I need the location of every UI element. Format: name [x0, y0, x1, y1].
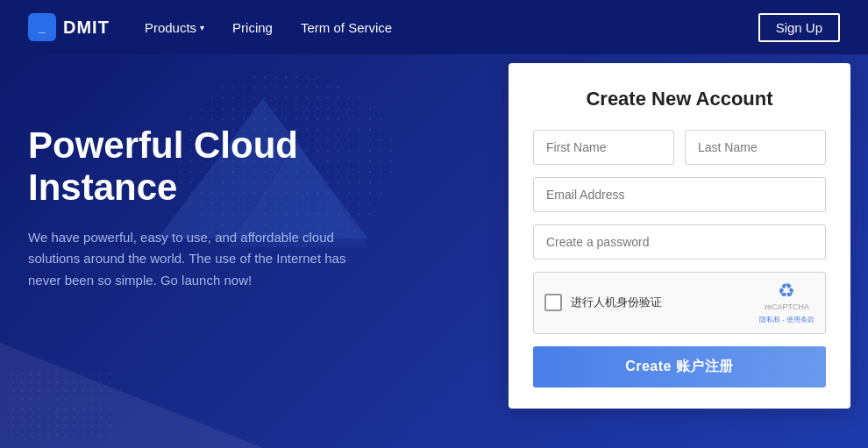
form-title: Create New Account: [533, 88, 826, 110]
last-name-input[interactable]: [685, 130, 826, 165]
chevron-down-icon: ▾: [200, 23, 204, 32]
navbar: _ DMIT Products ▾ Pricing Term of Servic…: [0, 0, 868, 54]
password-input[interactable]: [533, 224, 826, 260]
hero-content: Powerful Cloud Instance We have powerful…: [28, 124, 396, 292]
hero-description: We have powerful, easy to use, and affor…: [28, 227, 361, 292]
first-name-input[interactable]: [533, 130, 674, 165]
recaptcha-brand: reCAPTCHA: [765, 302, 809, 313]
logo-icon: _: [28, 13, 56, 41]
logo-text: DMIT: [63, 18, 110, 38]
create-account-button[interactable]: Create 账户注册: [533, 346, 826, 388]
signup-button[interactable]: Sign Up: [758, 13, 840, 42]
email-input[interactable]: [533, 177, 826, 212]
hero-title: Powerful Cloud Instance: [28, 124, 396, 210]
nav-terms[interactable]: Term of Service: [301, 20, 392, 35]
name-row: [533, 130, 826, 165]
recaptcha-links[interactable]: 隐私权 - 使用条款: [759, 315, 815, 324]
nav-pricing[interactable]: Pricing: [232, 20, 273, 35]
logo-area[interactable]: _ DMIT: [28, 13, 110, 41]
registration-form-panel: Create New Account 进行人机身份验证 ♻ reCAPTCHA …: [509, 63, 850, 409]
recaptcha-checkbox[interactable]: [544, 294, 562, 311]
recaptcha-label: 进行人机身份验证: [571, 295, 662, 310]
hero-section: Powerful Cloud Instance We have powerful…: [0, 54, 868, 448]
nav-links: Products ▾ Pricing Term of Service: [145, 20, 758, 35]
dots-bottom-decoration: [9, 369, 114, 439]
recaptcha-widget[interactable]: 进行人机身份验证 ♻ reCAPTCHA 隐私权 - 使用条款: [533, 272, 826, 334]
nav-products[interactable]: Products ▾: [145, 20, 204, 35]
recaptcha-logo-icon: ♻: [778, 281, 795, 301]
